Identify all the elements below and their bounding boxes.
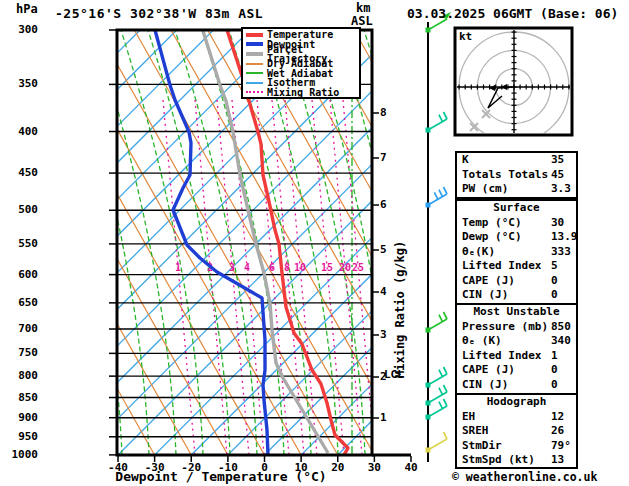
stat-row: SREH26 xyxy=(457,424,576,439)
mixing-ratio-label: 4 xyxy=(244,262,250,273)
stat-row: θₑ(K)333 xyxy=(457,245,576,260)
mixing-ratio-line xyxy=(285,100,317,455)
stat-value: 13 xyxy=(551,453,564,468)
station-title: -25°16'S 302°38'W 83m ASL xyxy=(55,6,263,21)
stat-row: Temp (°C)30 xyxy=(457,216,576,231)
legend-line-sample xyxy=(246,91,263,93)
stat-label: Pressure (mb) xyxy=(462,320,548,333)
datetime-label: 03.03.2025 06GMT (Base: 06) xyxy=(407,6,618,21)
stat-label: Lifted Index xyxy=(462,349,541,362)
panel-header: Surface xyxy=(457,201,576,216)
stat-row: StmSpd (kt)13 xyxy=(457,453,576,468)
stat-label: θₑ(K) xyxy=(462,245,495,258)
stat-label: CAPE (J) xyxy=(462,363,515,376)
km-axis-label-1: km xyxy=(356,1,370,15)
km-tick-label: 5 xyxy=(380,243,387,256)
stat-label: StmDir xyxy=(462,439,502,452)
mixing-ratio-axis-title: Mixing Ratio (g/kg) xyxy=(393,241,407,378)
mixing-ratio-label: 8 xyxy=(284,262,290,273)
pressure-tick-label: 600 xyxy=(8,268,38,281)
km-tick-label: 8 xyxy=(380,106,387,119)
wet-adiabat-line xyxy=(94,30,176,455)
km-tick-label: 4 xyxy=(380,285,387,298)
stat-row: PW (cm)3.3 xyxy=(457,182,576,197)
stat-row: Totals Totals45 xyxy=(457,168,576,183)
x-axis-title: Dewpoint / Temperature (°C) xyxy=(115,469,327,484)
surface-panel: SurfaceTemp (°C)30Dewp (°C)13.9θₑ(K)333L… xyxy=(455,199,578,305)
stat-value: 30 xyxy=(551,216,564,231)
legend-line-sample xyxy=(246,33,263,37)
stat-row: CAPE (J)0 xyxy=(457,274,576,289)
panel-header: Hodograph xyxy=(457,395,576,410)
stat-value: 79° xyxy=(551,439,571,454)
legend-line-sample xyxy=(246,42,263,46)
stat-label: K xyxy=(462,153,469,166)
stat-value: 0 xyxy=(551,288,558,303)
temp-tick-label: 30 xyxy=(356,461,392,474)
panel-header: Most Unstable xyxy=(457,305,576,320)
skewt-screenshot: 12346810152025 hPa -25°16'S 302°38'W 83m… xyxy=(0,0,629,486)
wet-adiabat-line xyxy=(40,30,122,455)
hodograph-stats-panel: HodographEH12SREH26StmDir79°StmSpd (kt)1… xyxy=(455,393,578,469)
legend-line-sample xyxy=(246,72,263,74)
mixing-ratio-label: 10 xyxy=(294,262,306,273)
stat-row: Dewp (°C)13.9 xyxy=(457,230,576,245)
pressure-tick-label: 350 xyxy=(8,77,38,90)
pressure-tick-label: 300 xyxy=(8,23,38,36)
temp-tick-label: 40 xyxy=(393,461,429,474)
km-tick-label: 6 xyxy=(380,198,387,211)
stat-label: CAPE (J) xyxy=(462,274,515,287)
indices-panel: K35Totals Totals45PW (cm)3.3 xyxy=(455,151,578,199)
pressure-tick-label: 750 xyxy=(8,346,38,359)
km-tick-label: 3 xyxy=(380,328,387,341)
stat-label: StmSpd (kt) xyxy=(462,453,535,466)
wet-adiabat-line xyxy=(580,30,629,455)
hodograph xyxy=(455,28,572,142)
legend-line-sample xyxy=(246,63,263,65)
stat-row: θₑ (K)340 xyxy=(457,334,576,349)
stat-row: Lifted Index1 xyxy=(457,349,576,364)
pressure-tick-label: 950 xyxy=(8,430,38,443)
stat-row: K35 xyxy=(457,153,576,168)
stat-value: 45 xyxy=(551,168,564,183)
legend-item-label: Dry Adiabat xyxy=(267,59,333,68)
lcl-label: LCL xyxy=(384,368,404,381)
stat-value: 0 xyxy=(551,274,558,289)
stat-label: θₑ (K) xyxy=(462,334,502,347)
stat-row: EH12 xyxy=(457,410,576,425)
pressure-tick-label: 500 xyxy=(8,203,38,216)
legend-item-label: Temperature xyxy=(267,30,333,39)
hodograph-unit-label: kt xyxy=(459,30,472,43)
pressure-unit-label: hPa xyxy=(16,2,38,16)
legend-item-label: Isotherm xyxy=(267,78,315,87)
stat-value: 0 xyxy=(551,363,558,378)
legend-line-sample xyxy=(246,52,263,56)
legend: TemperatureDewpointParcel TrajectoryDry … xyxy=(241,27,361,99)
mixing-ratio-label: 1 xyxy=(175,262,181,273)
stat-label: Temp (°C) xyxy=(462,216,522,229)
stat-row: StmDir79° xyxy=(457,439,576,454)
pressure-tick-label: 1000 xyxy=(8,448,38,461)
stat-value: 26 xyxy=(551,424,564,439)
mixing-ratio-label: 3 xyxy=(229,262,235,273)
stat-label: Lifted Index xyxy=(462,259,541,272)
km-axis-label-2: ASL xyxy=(351,14,373,28)
pressure-tick-label: 450 xyxy=(8,166,38,179)
legend-item: Mixing Ratio xyxy=(246,88,359,98)
pressure-tick-label: 900 xyxy=(8,411,38,424)
mixing-ratio-label: 20 xyxy=(339,262,351,273)
legend-item-label: Mixing Ratio xyxy=(267,88,339,97)
stat-label: Dewp (°C) xyxy=(462,230,522,243)
mixing-ratio-label: 6 xyxy=(269,262,275,273)
isotherm-line xyxy=(8,30,433,455)
stat-value: 333 xyxy=(551,245,571,260)
stat-row: CIN (J)0 xyxy=(457,288,576,303)
stat-value: 5 xyxy=(551,259,558,274)
stat-value: 35 xyxy=(551,153,564,168)
most-unstable-panel: Most UnstablePressure (mb)850θₑ (K)340Li… xyxy=(455,303,578,395)
stat-value: 0 xyxy=(551,378,558,393)
stat-value: 13.9 xyxy=(551,230,578,245)
stat-row: Pressure (mb)850 xyxy=(457,320,576,335)
stat-value: 12 xyxy=(551,410,564,425)
pressure-tick-label: 400 xyxy=(8,125,38,138)
